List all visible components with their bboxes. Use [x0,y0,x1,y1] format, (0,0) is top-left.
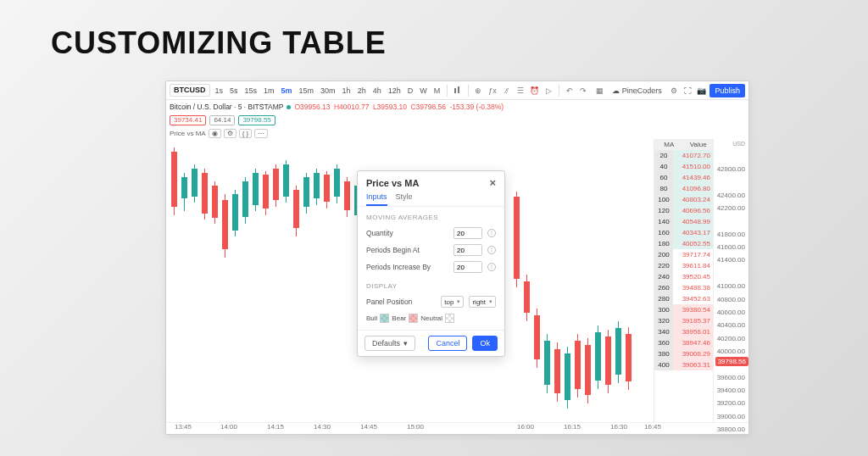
legend-pills: 39734.41 64.14 39798.55 [166,114,748,127]
timeframe-15s[interactable]: 15s [242,86,260,95]
eye-icon[interactable]: ◉ [209,129,221,138]
compare-icon[interactable]: ⊕ [473,85,485,97]
ytick: 39000.00 [717,413,745,420]
swatch-neutral[interactable] [445,314,454,323]
replay-icon[interactable]: ▷ [543,85,555,97]
info-icon[interactable]: i [487,246,496,254]
indicator-legend[interactable]: Price vs MA ◉ ⚙ { } ⋯ [170,127,748,139]
timeframe-4h[interactable]: 4h [370,86,384,95]
legend-symbol: Bitcoin / U.S. Dollar · 5 · BITSTAMP [170,103,283,111]
indicators-icon[interactable]: ƒx [487,85,498,97]
symbol-button[interactable]: BTCUSD [170,84,210,97]
select-panel-h[interactable]: right▾ [469,296,496,308]
input-quantity[interactable] [453,227,482,239]
timeframe-15m[interactable]: 15m [297,86,317,95]
ma-row: 40039063.31 [654,359,713,370]
code-icon[interactable]: { } [239,129,253,138]
ytick: 41800.00 [717,231,745,238]
more-icon[interactable]: ⋯ [254,129,268,138]
select-panel-v[interactable]: top▾ [441,296,464,308]
timeframe-12h[interactable]: 12h [386,86,403,95]
input-increase[interactable] [453,261,482,273]
ytick: 42400.00 [717,192,745,199]
timeframe-1s[interactable]: 1s [213,86,226,95]
pine-button[interactable]: ☁ PineCoders [609,86,665,95]
ma-row: 10040803.24 [654,194,713,205]
price-axis[interactable]: USD 42800.0042400.0042200.0041800.004160… [713,139,748,422]
timeframe-2h[interactable]: 2h [355,86,369,95]
ma-row: 28039452.63 [654,293,713,304]
defaults-button[interactable]: Defaults▾ [364,336,415,351]
ytick: 42200.00 [717,204,745,212]
timeframe-W[interactable]: W [417,86,430,95]
chevron-down-icon: ▾ [489,298,492,305]
publish-button[interactable]: Publish [709,84,745,97]
time-axis[interactable]: 13:4514:0014:1514:3014:4515:0016:0016:15… [166,422,748,434]
ma-row: 14040548.99 [654,216,713,227]
ma-row: 26039488.38 [654,282,713,293]
ma-row: 32039185.37 [654,315,713,326]
xtick: 13:45 [175,423,192,431]
timeframe-D[interactable]: D [405,86,416,95]
ma-row: 22039611.84 [654,260,713,271]
input-begin[interactable] [453,244,482,256]
ma-row: 38039008.29 [654,348,713,359]
timeframe-1m[interactable]: 1m [261,86,277,95]
timeframe-30m[interactable]: 30m [318,86,338,95]
ok-button[interactable]: Ok [472,336,498,351]
ytick: 40200.00 [717,335,745,342]
swatch-bear[interactable] [409,314,418,323]
chevron-down-icon: ▾ [457,298,460,305]
axis-unit: USD [732,141,745,147]
ma-col-header: MA [654,139,684,150]
svg-rect-1 [458,86,459,93]
ma-row: 30039380.54 [654,304,713,315]
timeframe-5s[interactable]: 5s [227,86,241,95]
alert-icon[interactable]: ⏰ [529,85,541,97]
info-icon[interactable]: i [487,229,496,237]
ma-row: 12040696.56 [654,205,713,216]
close-icon[interactable]: × [489,176,496,189]
price-tag: 39798.56 [715,357,748,366]
label-increase: Periods Increase By [366,263,448,271]
ytick: 39200.00 [717,399,745,407]
ma-row: 24039520.45 [654,271,713,282]
ma-row: 2041072.70 [654,150,713,161]
undo-icon[interactable]: ↶ [564,85,576,97]
xtick: 16:00 [517,423,534,431]
info-icon[interactable]: i [487,263,496,271]
ytick: 40800.00 [717,296,745,303]
xtick: 16:45 [644,423,661,431]
layout-icon[interactable]: ▦ [594,85,606,97]
ytick: 40600.00 [717,309,745,316]
settings-small-icon[interactable]: ⚙ [224,129,236,138]
timeframe-1h[interactable]: 1h [340,86,353,95]
swatch-bull[interactable] [380,314,389,323]
tab-style[interactable]: Style [396,192,413,206]
ytick: 38800.00 [717,425,745,433]
settings-icon[interactable]: ⚙ [668,85,680,97]
cloud-icon: ☁ [612,86,620,95]
ytick: 41600.00 [717,243,745,251]
settings-modal: Price vs MA × Inputs Style MOVING AVERAG… [357,170,505,357]
camera-icon[interactable]: 📷 [696,85,708,97]
timeframe-5m[interactable]: 5m [279,86,295,95]
ytick: 41400.00 [717,256,745,264]
financials-icon[interactable]: ⫽ [501,85,513,97]
timeframe-M[interactable]: M [431,86,443,95]
modal-title: Price vs MA [366,178,419,188]
ma-col-header: Value [684,139,714,150]
xtick: 14:00 [220,423,237,431]
indicator-legend-name: Price vs MA [170,130,206,137]
chevron-down-icon: ▾ [403,339,408,348]
templates-icon[interactable]: ☰ [515,85,526,97]
ma-table: MA Value 2041072.704041510.006041439.468… [654,139,713,422]
candles-icon[interactable] [452,85,464,97]
svg-rect-0 [454,88,456,93]
fullscreen-icon[interactable]: ⛶ [682,85,693,97]
redo-icon[interactable]: ↷ [578,85,590,97]
section-label: MOVING AVERAGES [358,207,504,225]
xtick: 16:30 [610,423,627,431]
tab-inputs[interactable]: Inputs [366,192,387,206]
cancel-button[interactable]: Cancel [428,336,467,351]
